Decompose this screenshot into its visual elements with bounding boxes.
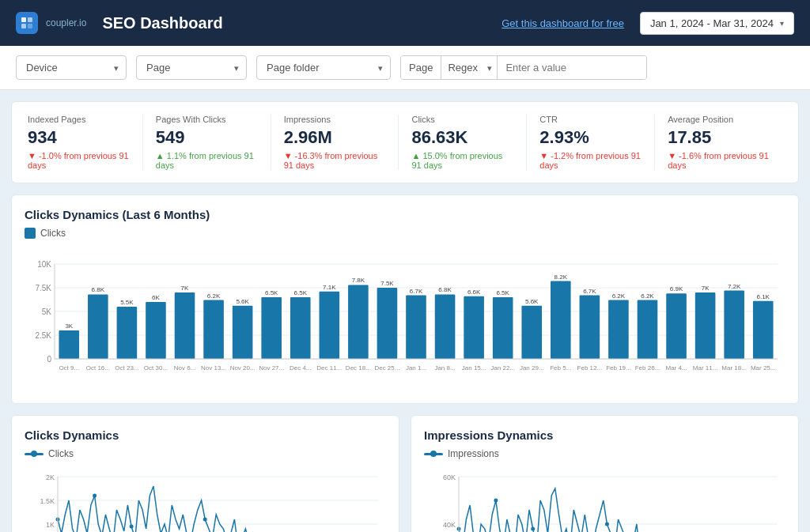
impressions-line-title: Impressions Dynamics	[424, 428, 785, 442]
page-folder-filter-wrap: Page folder	[256, 55, 391, 80]
page-filter-label: Page	[401, 56, 441, 79]
svg-point-113	[130, 525, 134, 529]
svg-text:Mar 25...: Mar 25...	[751, 364, 776, 372]
charts-area: Clicks Dynamics (Last 6 Months) Clicks 0…	[0, 183, 810, 532]
svg-text:1K: 1K	[46, 521, 55, 529]
svg-text:7K: 7K	[181, 285, 189, 292]
filters-bar: Device Page Page folder Page Regex	[0, 46, 810, 90]
bar-chart-legend: Clicks	[25, 228, 785, 239]
svg-text:6.2K: 6.2K	[612, 292, 626, 300]
kpi-5: Average Position 17.85 ▼ -1.6% from prev…	[655, 115, 782, 170]
device-filter[interactable]: Device	[16, 55, 127, 80]
svg-text:Nov 13...: Nov 13...	[201, 364, 226, 372]
kpi-section: Indexed Pages 934 ▼ -1.0% from previous …	[11, 101, 799, 183]
impressions-legend-label: Impressions	[448, 448, 499, 459]
svg-point-139	[494, 499, 498, 503]
clicks-legend: Clicks	[25, 448, 386, 459]
svg-text:6.5K: 6.5K	[265, 289, 278, 296]
svg-text:Feb 26...: Feb 26...	[635, 364, 660, 372]
clicks-legend-label: Clicks	[48, 448, 74, 459]
kpi-1: Pages With Clicks 549 ▲ 1.1% from previo…	[143, 115, 271, 170]
date-picker-arrow: ▾	[780, 19, 784, 28]
svg-text:8.2K: 8.2K	[555, 274, 568, 281]
svg-text:7.2K: 7.2K	[728, 283, 741, 290]
clicks-line-chart: 2K1.5K1K5000Jan 1Jan 11Jan 21Jan 31Feb 1…	[25, 469, 386, 532]
svg-text:2K: 2K	[46, 474, 55, 481]
bottom-charts-row: Clicks Dynamics Clicks 2K1.5K1K5000Jan 1…	[11, 415, 799, 532]
svg-point-115	[203, 518, 207, 522]
svg-text:Dec 18...: Dec 18...	[346, 364, 371, 372]
svg-text:2.5K: 2.5K	[35, 331, 51, 340]
svg-text:Feb 19...: Feb 19...	[606, 364, 631, 372]
svg-rect-29	[203, 300, 224, 359]
svg-text:6K: 6K	[152, 294, 160, 301]
logo-text: coupler.io	[46, 17, 86, 28]
bar-chart-title: Clicks Dynamics (Last 6 Months)	[25, 208, 785, 221]
svg-text:1.5K: 1.5K	[40, 497, 55, 505]
page-filter[interactable]: Page	[136, 55, 247, 80]
svg-text:5.5K: 5.5K	[120, 299, 134, 306]
svg-rect-83	[724, 291, 744, 359]
svg-text:5.6K: 5.6K	[525, 298, 539, 305]
svg-text:Jan 8...: Jan 8...	[434, 364, 455, 372]
date-range-picker[interactable]: Jan 1, 2024 - Mar 31, 2024 ▾	[640, 12, 794, 35]
kpi-3: Clicks 86.63K ▲ 15.0% from previous 91 d…	[399, 115, 527, 170]
svg-rect-59	[493, 297, 513, 359]
bar-chart-card: Clicks Dynamics (Last 6 Months) Clicks 0…	[11, 194, 799, 404]
svg-text:Dec 4...: Dec 4...	[290, 364, 312, 372]
svg-text:6.6K: 6.6K	[467, 289, 481, 296]
clicks-legend-line	[25, 453, 44, 455]
svg-rect-47	[377, 288, 398, 359]
svg-rect-0	[21, 17, 26, 22]
svg-text:6.1K: 6.1K	[756, 293, 770, 300]
bar-legend-label: Clicks	[40, 228, 66, 239]
svg-text:5.6K: 5.6K	[236, 298, 249, 305]
svg-text:3K: 3K	[65, 323, 73, 330]
svg-text:6.9K: 6.9K	[670, 285, 683, 292]
svg-text:7K: 7K	[702, 285, 710, 292]
svg-rect-17	[88, 294, 108, 359]
kpi-change-4: ▼ -1.2% from previous 91 days	[539, 151, 642, 170]
page-regex-filter-wrap: Page Regex	[400, 55, 647, 80]
svg-rect-41	[320, 292, 340, 359]
svg-text:Jan 1...: Jan 1...	[406, 364, 426, 372]
svg-rect-14	[59, 330, 79, 359]
svg-text:6.5K: 6.5K	[496, 289, 509, 296]
svg-point-142	[605, 523, 609, 526]
svg-text:Jan 22...: Jan 22...	[490, 364, 515, 372]
svg-text:6.7K: 6.7K	[583, 288, 596, 295]
svg-rect-2	[21, 24, 26, 28]
svg-text:Nov 27...: Nov 27...	[259, 364, 284, 372]
kpi-4: CTR 2.93% ▼ -1.2% from previous 91 days	[527, 115, 655, 170]
date-range-value: Jan 1, 2024 - Mar 31, 2024	[650, 17, 774, 29]
bar-legend-color	[25, 228, 36, 239]
svg-text:6.2K: 6.2K	[641, 292, 654, 300]
kpi-value-0: 934	[28, 127, 130, 148]
svg-rect-74	[638, 300, 658, 359]
page-folder-filter[interactable]: Page folder	[256, 55, 391, 80]
dashboard-link[interactable]: Get this dashboard for free	[502, 17, 624, 29]
kpi-change-2: ▼ -16.3% from previous 91 days	[284, 151, 386, 170]
kpi-value-3: 86.63K	[411, 127, 513, 148]
regex-select[interactable]: Regex	[441, 56, 497, 79]
kpi-label-0: Indexed Pages	[28, 115, 130, 124]
kpi-value-1: 549	[156, 127, 258, 148]
kpi-value-4: 2.93%	[539, 127, 642, 148]
svg-rect-35	[261, 297, 282, 359]
svg-rect-20	[117, 307, 138, 359]
svg-rect-50	[406, 296, 426, 359]
svg-text:7.8K: 7.8K	[352, 277, 365, 284]
kpi-change-0: ▼ -1.0% from previous 91 days	[28, 151, 130, 170]
svg-rect-26	[175, 292, 195, 359]
svg-text:Jan 29...: Jan 29...	[520, 364, 544, 372]
logo-icon	[16, 12, 38, 34]
svg-rect-56	[464, 296, 484, 359]
kpi-change-3: ▲ 15.0% from previous 91 days	[411, 151, 513, 170]
svg-text:Dec 11...: Dec 11...	[316, 364, 342, 372]
filter-value-input[interactable]	[497, 56, 646, 79]
svg-text:Mar 11...: Mar 11...	[693, 364, 718, 372]
svg-rect-1	[28, 17, 32, 22]
kpi-label-1: Pages With Clicks	[156, 115, 258, 124]
svg-text:0: 0	[47, 355, 51, 364]
kpi-label-2: Impressions	[284, 115, 386, 124]
